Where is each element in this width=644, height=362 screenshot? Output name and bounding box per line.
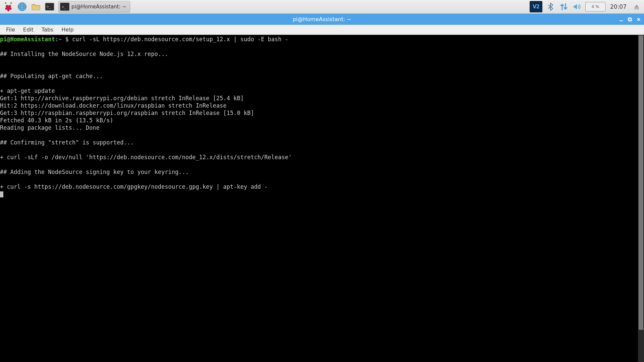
terminal-line: + apt-get update [0,87,55,94]
prompt-user-host: pi@HomeAssistant [0,36,55,43]
taskbar: >_ >_ pi@HomeAssistant: ~ V2 [0,0,644,14]
menubar: File Edit Tabs Help [0,25,644,35]
menu-file[interactable]: File [2,25,19,34]
svg-point-4 [9,8,12,10]
web-browser-icon[interactable] [16,1,29,13]
window-controls [617,14,643,25]
svg-text:>_: >_ [47,4,51,9]
svg-rect-16 [629,18,632,21]
clock[interactable]: 20:07 [608,3,629,10]
prompt-command: curl -sL https://deb.nodesource.com/setu… [72,36,288,43]
svg-rect-14 [620,20,623,21]
bluetooth-icon[interactable] [545,1,556,12]
cpu-percent-label: 4 % [592,4,599,9]
scrollbar-thumb[interactable] [639,36,643,330]
terminal-line: + curl -sLf -o /dev/null 'https://deb.no… [0,154,292,161]
terminal-line: ## Confirming "stretch" is supported... [0,139,134,146]
eject-icon[interactable] [631,1,642,12]
minimize-button[interactable] [617,15,625,23]
prompt-path: ~ [58,36,62,43]
terminal-line: Reading package lists... Done [0,124,100,131]
terminal-icon: >_ [60,3,69,11]
terminal-line: Get:1 http://archive.raspberrypi.org/deb… [0,95,244,102]
terminal-line: + curl -s https://deb.nodesource.com/gpg… [0,183,268,190]
terminal-line: Get:3 http://raspbian.raspberrypi.org/ra… [0,110,254,116]
window-titlebar[interactable]: pi@HomeAssistant: ~ [0,14,644,25]
terminal-line: Hit:2 https://download.docker.com/linux/… [0,102,227,109]
terminal-line: Fetched 40.3 kB in 2s (13.5 kB/s) [0,117,113,124]
terminal-output[interactable]: pi@HomeAssistant:~ $ curl -sL https://de… [0,35,644,362]
taskbar-left: >_ >_ pi@HomeAssistant: ~ [2,1,130,13]
menu-tabs[interactable]: Tabs [38,25,57,34]
close-button[interactable] [635,15,643,23]
vnc-label: V2 [533,4,539,10]
svg-point-3 [5,8,8,10]
terminal-scrollbar[interactable] [638,35,644,362]
window-title: pi@HomeAssistant: ~ [293,16,352,22]
volume-icon[interactable] [572,1,583,12]
svg-rect-15 [628,18,631,20]
terminal-line: ## Populating apt-get cache... [0,73,103,79]
terminal-launcher-icon[interactable]: >_ [43,1,56,13]
maximize-button[interactable] [626,15,634,23]
file-manager-icon[interactable] [30,1,42,13]
raspberry-menu-icon[interactable] [2,1,15,13]
cpu-usage-badge[interactable]: 4 % [585,2,605,11]
svg-rect-13 [634,8,639,9]
task-button-terminal[interactable]: >_ pi@HomeAssistant: ~ [58,1,130,12]
network-updown-icon[interactable] [558,1,569,12]
svg-point-5 [7,9,9,11]
prompt-dollar: $ [62,36,72,43]
vnc-icon[interactable]: V2 [530,1,542,12]
menu-help[interactable]: Help [57,25,77,34]
terminal-cursor [0,191,3,197]
taskbar-right: V2 4 % 20:07 [530,1,642,12]
terminal-line: ## Adding the NodeSource signing key to … [0,169,189,175]
task-button-label: pi@HomeAssistant: ~ [71,4,126,10]
svg-text:>_: >_ [62,5,66,9]
prompt-colon: : [55,36,58,43]
terminal-line: ## Installing the NodeSource Node.js 12.… [0,51,168,57]
menu-edit[interactable]: Edit [19,25,38,34]
